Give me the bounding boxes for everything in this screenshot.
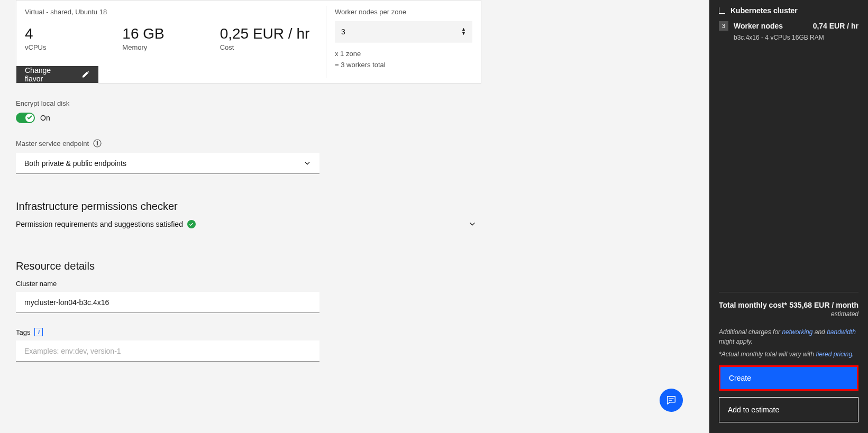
- spec-cost: 0,25 EUR / hr Cost: [220, 25, 317, 51]
- permissions-heading: Infrastructure permissions checker: [16, 200, 709, 213]
- main-content: Virtual - shared, Ubuntu 18 4 vCPUs 16 G…: [0, 0, 709, 433]
- checkmark-ok-icon: [187, 220, 196, 228]
- tags-input[interactable]: [16, 340, 319, 362]
- change-flavor-label: Change flavor: [25, 66, 67, 83]
- summary-flavor-sub: b3c.4x16 - 4 vCPUs 16GB RAM: [734, 34, 858, 41]
- endpoint-value: Both private & public endpoints: [24, 159, 126, 168]
- vcpus-value: 4: [25, 25, 122, 42]
- svg-rect-2: [97, 143, 97, 145]
- cluster-name-label: Cluster name: [16, 280, 709, 288]
- svg-point-1: [97, 141, 98, 142]
- workers-total: = 3 workers total: [335, 60, 472, 71]
- stepper-arrows: ▲ ▼: [461, 27, 466, 35]
- chevron-down-icon: [304, 160, 311, 167]
- summary-sidebar: Kubernetes cluster 3 Worker nodes 0,74 E…: [709, 0, 868, 433]
- memory-label: Memory: [122, 43, 220, 51]
- summary-divider: [719, 292, 858, 292]
- spec-memory: 16 GB Memory: [122, 25, 220, 51]
- add-to-estimate-button[interactable]: Add to estimate: [719, 397, 858, 422]
- tags-label-row: Tags i: [16, 328, 709, 336]
- chat-fab-button[interactable]: [660, 389, 683, 412]
- stepper-down-icon[interactable]: ▼: [461, 32, 466, 35]
- cluster-name-field: Cluster name: [16, 280, 709, 313]
- bandwidth-link[interactable]: bandwidth: [827, 328, 856, 336]
- tree-caret-icon: [719, 7, 725, 14]
- summary-note-1: Additional charges for networking and ba…: [719, 327, 858, 346]
- permissions-status-text: Permission requirements and suggestions …: [16, 220, 183, 228]
- endpoint-label-row: Master service endpoint: [16, 139, 709, 148]
- encrypt-state: On: [40, 114, 50, 122]
- flavor-specs: 4 vCPUs 16 GB Memory 0,25 EUR / hr Cost: [25, 25, 317, 51]
- vcpus-label: vCPUs: [25, 43, 122, 51]
- total-cost-row: Total monthly cost* 535,68 EUR / month: [719, 301, 858, 309]
- summary-bottom: Total monthly cost* 535,68 EUR / month e…: [709, 292, 868, 433]
- encrypt-label: Encrypt local disk: [16, 99, 709, 107]
- endpoint-dropdown[interactable]: Both private & public endpoints: [16, 153, 319, 174]
- edit-icon: [82, 70, 90, 79]
- zone-multiplier: x 1 zone: [335, 49, 472, 60]
- estimated-label: estimated: [719, 310, 858, 318]
- networking-link[interactable]: networking: [782, 328, 812, 336]
- info-icon[interactable]: i: [34, 328, 43, 336]
- worker-count-badge: 3: [719, 21, 728, 31]
- total-cost-label: Total monthly cost*: [719, 301, 787, 309]
- encrypt-toggle-row: On: [16, 113, 709, 123]
- permissions-row[interactable]: Permission requirements and suggestions …: [16, 220, 476, 228]
- resource-details-heading: Resource details: [16, 260, 709, 272]
- workers-card: Worker nodes per zone 3 ▲ ▼ x 1 zone = 3…: [326, 1, 481, 83]
- flavor-row: Virtual - shared, Ubuntu 18 4 vCPUs 16 G…: [16, 0, 481, 84]
- summary-top: Kubernetes cluster 3 Worker nodes 0,74 E…: [709, 0, 868, 292]
- workers-per-zone-label: Worker nodes per zone: [335, 8, 472, 16]
- resource-details-block: Resource details Cluster name Tags i: [16, 260, 709, 362]
- chat-icon: [665, 394, 677, 406]
- zone-calc: x 1 zone = 3 workers total: [335, 49, 472, 71]
- permissions-status-row: Permission requirements and suggestions …: [16, 220, 196, 228]
- chevron-down-icon: [469, 220, 476, 228]
- checkmark-icon: [27, 115, 32, 120]
- tiered-pricing-link[interactable]: tiered pricing: [816, 351, 852, 358]
- summary-note-2: *Actual monthly total will vary with tie…: [719, 349, 858, 359]
- create-button-label: Create: [729, 374, 751, 382]
- create-button[interactable]: Create: [719, 365, 858, 391]
- add-to-estimate-label: Add to estimate: [728, 406, 779, 414]
- memory-value: 16 GB: [122, 25, 220, 42]
- flavor-card: Virtual - shared, Ubuntu 18 4 vCPUs 16 G…: [16, 1, 326, 83]
- encrypt-toggle[interactable]: [16, 113, 35, 123]
- total-cost-right: 535,68 EUR / month: [789, 301, 858, 309]
- cost-value: 0,25 EUR / hr: [220, 25, 317, 42]
- summary-worker-line: 3 Worker nodes 0,74 EUR / hr: [719, 21, 858, 31]
- summary-worker-left: 3 Worker nodes: [719, 21, 783, 31]
- change-flavor-button[interactable]: Change flavor: [16, 66, 98, 83]
- info-icon[interactable]: [93, 139, 102, 148]
- spec-vcpus: 4 vCPUs: [25, 25, 122, 51]
- summary-cluster-header[interactable]: Kubernetes cluster: [719, 6, 858, 15]
- tags-label: Tags: [16, 328, 30, 336]
- summary-worker-cost: 0,74 EUR / hr: [813, 22, 858, 30]
- workers-per-zone-value: 3: [341, 27, 345, 36]
- endpoint-block: Master service endpoint Both private & p…: [16, 139, 709, 174]
- workers-per-zone-stepper[interactable]: 3 ▲ ▼: [335, 21, 472, 42]
- summary-cluster-label: Kubernetes cluster: [730, 6, 798, 15]
- endpoint-label: Master service endpoint: [16, 140, 89, 148]
- total-cost-value: 535,68 EUR / month: [789, 301, 858, 309]
- cluster-name-input[interactable]: [16, 292, 319, 313]
- flavor-type-label: Virtual - shared, Ubuntu 18: [25, 8, 317, 16]
- encrypt-block: Encrypt local disk On: [16, 99, 709, 123]
- cost-label: Cost: [220, 43, 317, 51]
- summary-worker-label: Worker nodes: [734, 22, 783, 30]
